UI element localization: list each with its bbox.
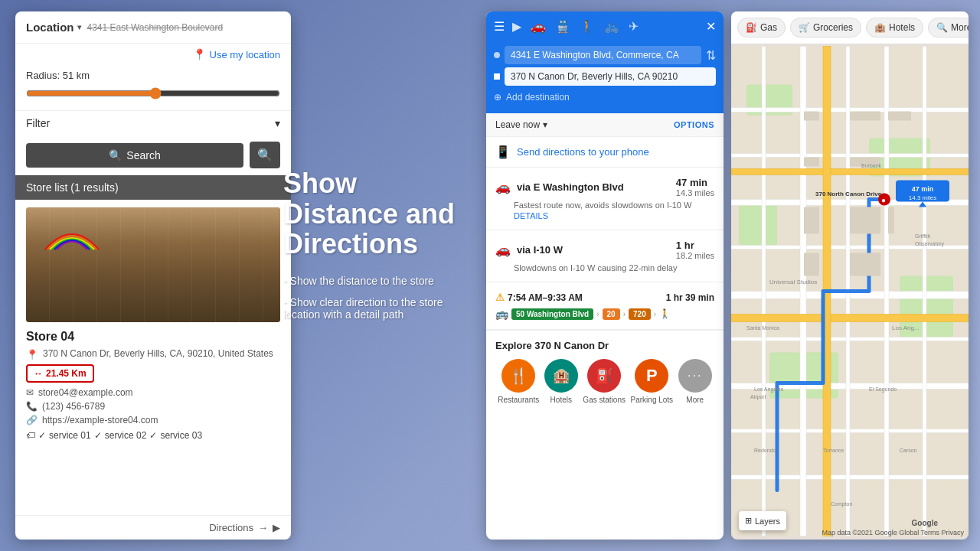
flight-mode-icon[interactable]: ✈ bbox=[629, 19, 639, 34]
transit-route[interactable]: ⚠ 7:54 AM–9:33 AM 1 hr 39 min 🚌 50 Washi… bbox=[486, 282, 724, 330]
use-location-row[interactable]: 📍 Use my location bbox=[15, 44, 291, 65]
hotels-category-button[interactable]: 🏨 Hotels bbox=[866, 18, 923, 37]
destination-dot bbox=[494, 73, 500, 80]
route-1-time-col: 47 min 14.3 miles bbox=[676, 177, 714, 197]
destination-input[interactable] bbox=[505, 67, 716, 86]
origin-row: ⇅ bbox=[494, 46, 716, 64]
bike-mode-icon[interactable]: 🚲 bbox=[604, 19, 619, 34]
svg-text:●: ● bbox=[881, 196, 886, 204]
gas-icon: ⛽ bbox=[596, 367, 612, 384]
svg-rect-31 bbox=[850, 253, 880, 276]
hotels-label: Hotels bbox=[550, 396, 572, 404]
send-phone-icon: 📱 bbox=[495, 145, 511, 159]
search-button[interactable]: 🔍 Search bbox=[26, 143, 243, 168]
send-directions-label: Send directions to your phone bbox=[517, 146, 649, 158]
location-icon: 📍 bbox=[193, 48, 206, 60]
map-area[interactable]: Burbank Glendale Universal Studios Griff… bbox=[731, 44, 969, 538]
distance-icon: ↔ bbox=[34, 368, 43, 379]
swap-icon[interactable]: ⇅ bbox=[706, 48, 716, 63]
transit-badge-1: 50 Washington Blvd bbox=[511, 308, 593, 320]
svg-rect-30 bbox=[804, 253, 819, 276]
menu-icon[interactable]: ☰ bbox=[494, 19, 505, 34]
location-header: Location ▾ 4341 East Washington Boulevar… bbox=[15, 11, 291, 44]
tag-icon: 🏷 bbox=[26, 430, 35, 441]
store-rainbow bbox=[41, 215, 103, 253]
origin-input[interactable] bbox=[505, 46, 701, 64]
restaurants-icon: 🍴 bbox=[509, 367, 528, 385]
route-item-1[interactable]: 🚗 via E Washington Blvd 47 min 14.3 mile… bbox=[486, 168, 724, 230]
filter-row[interactable]: Filter ▾ bbox=[15, 110, 291, 135]
google-logo: Google bbox=[912, 519, 938, 527]
svg-rect-21 bbox=[731, 315, 969, 322]
leave-now-button[interactable]: Leave now ▾ bbox=[495, 119, 547, 130]
filter-label: Filter bbox=[26, 117, 50, 129]
more-category-button[interactable]: 🔍 More bbox=[928, 18, 969, 37]
svg-text:370 North Canon Drive: 370 North Canon Drive bbox=[815, 191, 882, 197]
explore-title: Explore 370 N Canon Dr bbox=[495, 340, 714, 351]
search-label: Search bbox=[126, 149, 160, 161]
route-1-header: 🚗 via E Washington Blvd 47 min 14.3 mile… bbox=[495, 177, 714, 197]
route-1-details[interactable]: DETAILS bbox=[514, 211, 714, 220]
svg-text:14.3 miles: 14.3 miles bbox=[909, 194, 936, 201]
svg-rect-29 bbox=[850, 207, 880, 234]
promo-section: Show Distance and Directions - Show the … bbox=[283, 168, 475, 330]
more-label: More bbox=[686, 396, 704, 404]
distance-badge: ↔ 21.45 Km bbox=[26, 364, 94, 383]
directions-icon[interactable]: ▶ bbox=[512, 19, 521, 34]
transit-time: ⚠ 7:54 AM–9:33 AM bbox=[495, 292, 583, 303]
promo-bullet-2: - Show clear direction to the store loca… bbox=[283, 296, 475, 321]
store-address-icon: 📍 bbox=[26, 349, 38, 360]
leave-now-row: Leave now ▾ OPTIONS bbox=[486, 113, 724, 137]
svg-text:Torrance: Torrance bbox=[823, 448, 844, 453]
groceries-category-button[interactable]: 🛒 Groceries bbox=[790, 18, 861, 37]
store-phone-row: 📞 (123) 456-6789 bbox=[26, 401, 280, 412]
add-destination-row[interactable]: ⊕ Add destination bbox=[494, 89, 716, 106]
explore-hotels[interactable]: 🏨 Hotels bbox=[544, 359, 578, 404]
store-name: Store 04 bbox=[26, 330, 280, 344]
route-item-2[interactable]: 🚗 via I-10 W 1 hr 18.2 miles Slowdowns o… bbox=[486, 230, 724, 282]
location-dropdown-arrow: ▾ bbox=[77, 23, 81, 31]
layers-button[interactable]: ⊞ Layers bbox=[739, 511, 786, 530]
radius-slider[interactable] bbox=[26, 87, 280, 99]
store-services: 🏷 ✓ service 01 ✓ service 02 ✓ service 03 bbox=[26, 430, 280, 441]
store-email-value: store04@example.com bbox=[38, 387, 133, 398]
transit-mode-icon[interactable]: 🚆 bbox=[555, 19, 570, 34]
layers-label: Layers bbox=[755, 517, 780, 526]
more-cat-icon: 🔍 bbox=[936, 22, 948, 33]
send-directions-row[interactable]: 📱 Send directions to your phone bbox=[486, 137, 724, 168]
location-dropdown[interactable]: Location ▾ bbox=[26, 21, 81, 34]
store-list-header: Store list (1 results) bbox=[15, 175, 291, 200]
leave-now-arrow: ▾ bbox=[543, 119, 547, 130]
gas-category-button[interactable]: ⛽ Gas bbox=[737, 18, 786, 37]
explore-parking[interactable]: P Parking Lots bbox=[631, 359, 674, 404]
route-1-desc: Fastest route now, avoids slowdowns on I… bbox=[514, 201, 714, 210]
route-2-car-icon: 🚗 bbox=[495, 243, 511, 257]
svg-text:Observatory: Observatory bbox=[915, 241, 945, 247]
options-button[interactable]: OPTIONS bbox=[674, 120, 714, 129]
email-icon: ✉ bbox=[26, 387, 34, 398]
store-url-row[interactable]: 🔗 https://example-store04.com bbox=[26, 415, 280, 425]
transit-arrow-3: › bbox=[654, 310, 656, 318]
svg-rect-26 bbox=[804, 158, 819, 167]
svg-rect-32 bbox=[888, 207, 894, 234]
svg-text:Los Ang...: Los Ang... bbox=[892, 324, 920, 331]
svg-text:Griffith: Griffith bbox=[915, 233, 931, 239]
route-2-desc: Slowdowns on I-10 W causing 22-min delay bbox=[514, 263, 714, 272]
gas-cat-icon: ⛽ bbox=[746, 22, 757, 33]
explore-gas[interactable]: ⛽ Gas stations bbox=[583, 359, 626, 404]
location-address: 4341 East Washington Boulevard bbox=[87, 22, 281, 33]
transit-header: ⚠ 7:54 AM–9:33 AM 1 hr 39 min bbox=[495, 292, 714, 303]
add-destination-label: Add destination bbox=[506, 92, 570, 103]
route-2-time-col: 1 hr 18.2 miles bbox=[676, 240, 714, 260]
directions-row[interactable]: Directions → ▶ bbox=[15, 515, 291, 540]
route-1-name: via E Washington Blvd bbox=[517, 181, 624, 193]
close-icon[interactable]: ✕ bbox=[706, 19, 716, 34]
search-icon-button[interactable]: 🔍 bbox=[250, 142, 280, 168]
route-1-time: 47 min bbox=[676, 177, 714, 188]
origin-dot bbox=[494, 52, 500, 58]
explore-restaurants[interactable]: 🍴 Restaurants bbox=[498, 359, 539, 404]
map-svg: Burbank Glendale Universal Studios Griff… bbox=[731, 44, 969, 538]
car-mode-icon[interactable]: 🚗 bbox=[531, 19, 546, 34]
explore-more[interactable]: ··· More bbox=[678, 359, 712, 404]
walk-mode-icon[interactable]: 🚶 bbox=[580, 19, 595, 34]
